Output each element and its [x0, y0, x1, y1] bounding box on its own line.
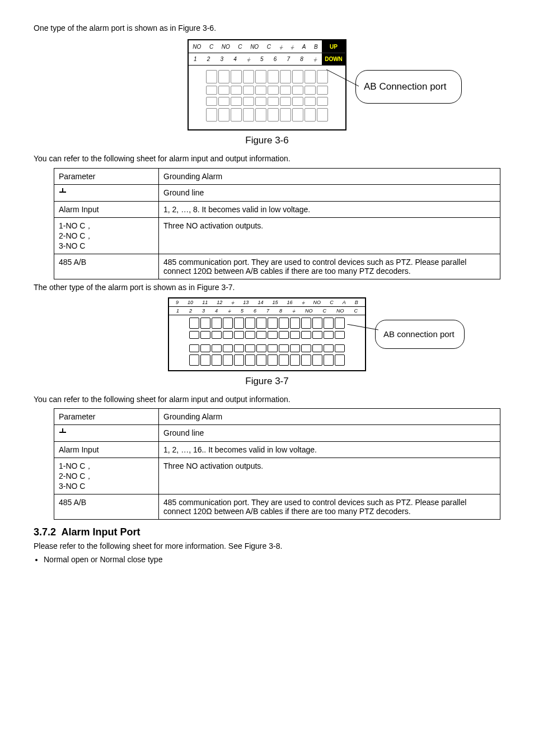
- table-row: ParameterGrounding Alarm: [54, 168, 500, 184]
- fig36-down-label: DOWN: [322, 53, 345, 66]
- ground-icon: [59, 428, 67, 436]
- table-row: Alarm Input1, 2, …, 16.. It becomes vali…: [54, 442, 500, 458]
- fig36-header-row1: NOC NOC NOC ⏚⏚ AB: [189, 40, 322, 53]
- fig36-leader-line: [326, 69, 359, 92]
- fig37-header-row1: 9101112⏚13141516⏚NOCAB: [169, 298, 365, 307]
- table-row: Ground line: [54, 425, 500, 442]
- fig37-header-row2: 1234⏚5678⏚NOCNOC: [169, 307, 365, 315]
- fig36-caption: Figure 3-6: [34, 135, 500, 146]
- figure-3-6: NOC NOC NOC ⏚⏚ AB 12 34 ⏚5 67 8⏚: [34, 39, 500, 130]
- param-table-1: ParameterGrounding Alarm Ground line Ala…: [54, 168, 500, 279]
- table-row: 485 A/B485 communication port. They are …: [54, 254, 500, 279]
- table-row: 1-NO C， 2-NO C， 3-NO CThree NO activatio…: [54, 217, 500, 254]
- fig37-callout: AB connection port: [375, 320, 465, 349]
- fig36-header-row2: 12 34 ⏚5 67 8⏚: [189, 53, 322, 66]
- fig37-connector-body: [169, 315, 365, 370]
- section-bullet: Normal open or Normal close type: [44, 555, 500, 564]
- table1-lead-text: You can refer to the following sheet for…: [34, 153, 500, 164]
- intro-text-fig36: One type of the alarm port is shown as i…: [34, 22, 500, 34]
- fig37-leader-line: [347, 324, 378, 335]
- table-row: 485 A/B485 communication port. They are …: [54, 494, 500, 520]
- table-row: 1-NO C， 2-NO C， 3-NO CThree NO activatio…: [54, 458, 500, 494]
- fig37-caption: Figure 3-7: [34, 376, 500, 387]
- table-row: ParameterGrounding Alarm: [54, 409, 500, 425]
- fig36-callout: AB Connection port: [355, 70, 462, 104]
- section-heading: 3.7.2 Alarm Input Port: [34, 526, 500, 538]
- section-desc: Please refer to the following sheet for …: [34, 540, 500, 552]
- table-row: Alarm Input1, 2, …, 8. It becomes valid …: [54, 201, 500, 217]
- fig36-connector-body: [189, 65, 345, 129]
- figure-3-7: 9101112⏚13141516⏚NOCAB 1234⏚5678⏚NOCNOC …: [34, 297, 500, 371]
- svg-line-0: [326, 69, 359, 86]
- fig36-up-label: UP: [322, 40, 345, 53]
- ground-icon: [59, 188, 67, 196]
- intro-text-fig37: The other type of the alarm port is show…: [34, 282, 500, 293]
- svg-line-1: [347, 324, 378, 330]
- param-table-2: ParameterGrounding Alarm Ground line Ala…: [54, 408, 500, 520]
- table2-lead-text: You can refer to the following sheet for…: [34, 394, 500, 405]
- table-row: Ground line: [54, 184, 500, 201]
